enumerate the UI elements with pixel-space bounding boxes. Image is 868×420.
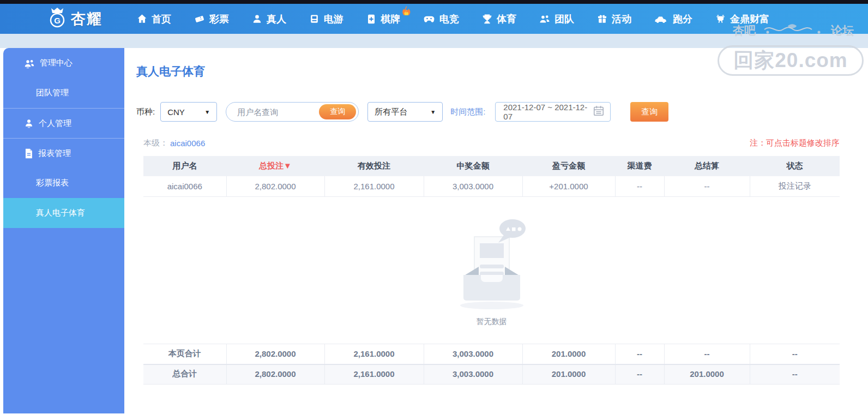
cell-channel-fee: -- [615, 176, 664, 196]
nav-item-activity[interactable]: 活动 [586, 4, 643, 34]
empty-inbox-icon [448, 214, 535, 313]
bet-records-link[interactable]: 投注记录 [750, 176, 840, 196]
cell-valid-bet: 2,161.0000 [324, 176, 424, 196]
nav-item-chess[interactable]: 棋牌 [355, 4, 412, 34]
date-range-value: 2021-12-07 ~ 2021-12-07 [503, 103, 593, 121]
nav-item-home[interactable]: 首页 [125, 4, 183, 34]
date-range-picker[interactable]: 2021-12-07 ~ 2021-12-07 [495, 102, 611, 122]
live-icon [252, 14, 262, 24]
page-total-row: 本页合计 2,802.0000 2,161.0000 3,003.0000 20… [143, 344, 840, 364]
page-total-cell: 201.0000 [522, 344, 615, 364]
page-total-cell: -- [615, 344, 664, 364]
nav-item-live[interactable]: 真人 [240, 4, 298, 34]
currency-label: 币种: [136, 107, 155, 117]
top-navbar: G 杏耀 首页 彩票 真人 电游 棋牌 [0, 4, 868, 34]
sort-note: 注：可点击标题修改排序 [750, 138, 840, 148]
table-row: aicai0066 2,802.0000 2,161.0000 3,003.00… [143, 176, 840, 196]
users-icon [24, 58, 35, 68]
home-icon [137, 14, 147, 24]
brand-logo[interactable]: G 杏耀 [48, 8, 103, 31]
nav-label: 跑分 [673, 13, 692, 26]
nav-label: 活动 [612, 13, 631, 26]
grand-total-cell: 2,161.0000 [324, 364, 424, 384]
sidebar-item-live-esports-report[interactable]: 真人电子体育 [3, 198, 124, 228]
sub-strip [0, 34, 868, 48]
nav-label: 棋牌 [381, 13, 400, 26]
nav-menu: 首页 彩票 真人 电游 棋牌 电 [125, 4, 781, 34]
nav-item-team[interactable]: 团队 [528, 4, 586, 34]
username-input[interactable] [226, 107, 308, 117]
level-user-link[interactable]: aicai0066 [170, 139, 205, 148]
grand-total-cell: 3,003.0000 [424, 364, 522, 384]
sidebar-label: 个人管理 [39, 118, 71, 129]
chevron-down-icon: ▼ [204, 109, 210, 115]
platform-select[interactable]: 所有平台 ▼ [367, 102, 443, 122]
header-username[interactable]: 用户名 [143, 156, 226, 176]
nav-item-wealth[interactable]: 金鼎财富 [704, 4, 781, 34]
sidebar-label: 团队管理 [36, 88, 69, 98]
header-total-bet[interactable]: 总投注▼ [226, 156, 324, 176]
sidebar-item-management-center[interactable]: 管理中心 [3, 48, 124, 78]
filter-bar: 币种: CNY ▼ 查询 所有平台 ▼ 时间范围: 2021-12-07 ~ 2… [136, 102, 840, 122]
nav-label: 电游 [324, 13, 343, 26]
nav-label: 团队 [554, 13, 574, 26]
nav-label: 彩票 [209, 13, 229, 26]
empty-state-row: 暂无数据 [143, 196, 840, 344]
header-win-amount[interactable]: 中奖金额 [424, 156, 522, 176]
header-channel-fee[interactable]: 渠道费 [615, 156, 664, 176]
grand-total-cell: 201.0000 [522, 364, 615, 384]
nav-item-egames[interactable]: 电游 [298, 4, 355, 34]
nav-label: 真人 [267, 13, 286, 26]
svg-text:G: G [54, 16, 61, 25]
nav-label: 首页 [152, 13, 171, 26]
sidebar-item-team-management[interactable]: 团队管理 [3, 78, 124, 108]
top-strip [0, 0, 868, 4]
sidebar-item-personal-management[interactable]: 个人管理 [3, 108, 124, 138]
header-settlement[interactable]: 总结算 [664, 156, 750, 176]
team-icon [539, 14, 550, 24]
egames-icon [309, 14, 320, 24]
cell-settlement: -- [664, 176, 750, 196]
bottom-divider [143, 364, 840, 365]
chevron-down-icon: ▼ [430, 109, 436, 115]
header-valid-bet[interactable]: 有效投注 [324, 156, 424, 176]
sidebar-item-lottery-report[interactable]: 彩票报表 [3, 168, 124, 198]
search-button[interactable]: 查询 [630, 102, 668, 122]
header-profit[interactable]: 盈亏金额 [522, 156, 615, 176]
wealth-icon [715, 14, 726, 24]
sort-desc-icon: ▼ [284, 161, 292, 170]
currency-value: CNY [167, 107, 185, 117]
username-search-group: 查询 [226, 102, 359, 122]
header-status[interactable]: 状态 [750, 156, 840, 176]
currency-select[interactable]: CNY ▼ [160, 102, 217, 122]
nav-item-esports[interactable]: 电竞 [412, 4, 471, 34]
platform-value: 所有平台 [375, 107, 407, 117]
grand-total-cell: -- [615, 364, 664, 384]
report-icon [24, 148, 33, 159]
grand-total-row: 总合计 2,802.0000 2,161.0000 3,003.0000 201… [143, 364, 840, 384]
level-row: 本级： aicai0066 注：可点击标题修改排序 [143, 138, 840, 148]
level-label: 本级： [143, 138, 168, 148]
page-total-cell: 2,802.0000 [226, 344, 324, 364]
brand-name: 杏耀 [71, 9, 103, 29]
cell-win-amount: 3,003.0000 [424, 176, 522, 196]
sidebar-item-report-management[interactable]: 报表管理 [3, 138, 124, 168]
nav-item-sports[interactable]: 体育 [471, 4, 528, 34]
flame-icon [402, 5, 411, 15]
cell-total-bet: 2,802.0000 [226, 176, 324, 196]
sidebar: 管理中心 团队管理 个人管理 报表管理 彩票报表 真人电子体育 [3, 48, 124, 413]
nav-label: 电竞 [439, 13, 459, 26]
grand-total-label: 总合计 [143, 364, 226, 384]
chess-icon [366, 14, 376, 25]
nav-item-lottery[interactable]: 彩票 [183, 4, 240, 34]
page-total-cell: 2,161.0000 [324, 344, 424, 364]
empty-state: 暂无数据 [143, 214, 840, 327]
username-search-button[interactable]: 查询 [319, 104, 356, 119]
nav-label: 体育 [497, 13, 516, 26]
racing-icon [654, 14, 668, 24]
nav-item-racing[interactable]: 跑分 [643, 4, 704, 34]
page-total-label: 本页合计 [143, 344, 226, 364]
screen: G 杏耀 首页 彩票 真人 电游 棋牌 [0, 0, 868, 420]
page-total-cell: -- [750, 344, 840, 364]
report-table: 用户名 总投注▼ 有效投注 中奖金额 盈亏金额 渠道费 总结算 状态 aicai… [143, 156, 840, 385]
